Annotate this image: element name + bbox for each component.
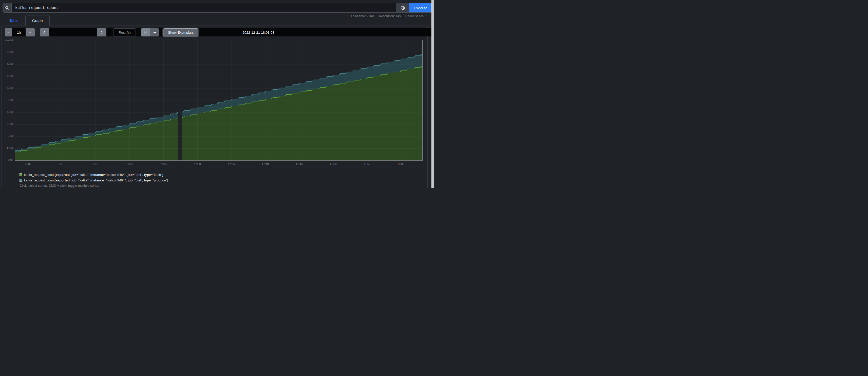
query-input[interactable] bbox=[12, 3, 396, 12]
y-tick-label: 8.00k bbox=[2, 62, 13, 65]
chart-legend: kafka_request_count{exported_job="kafka"… bbox=[20, 173, 168, 182]
legend-metric-text: kafka_request_count{exported_job="kafka"… bbox=[24, 178, 168, 182]
scrollbar-thumb[interactable] bbox=[432, 0, 434, 188]
globe-clock-icon bbox=[401, 6, 405, 10]
y-tick-label: 4.00k bbox=[2, 110, 13, 113]
x-tick-label: 17:25 bbox=[160, 163, 167, 166]
result-series: Result series: 2 bbox=[405, 14, 427, 18]
resolution-input[interactable] bbox=[114, 28, 136, 36]
graph-controls: − + ✕ bbox=[2, 28, 427, 36]
tab-graph[interactable]: Graph bbox=[25, 15, 50, 26]
legend-hint: Click: select series, CMD + click: toggl… bbox=[20, 184, 99, 187]
y-tick-label: 5.00k bbox=[2, 98, 13, 101]
y-tick-label: 3.00k bbox=[2, 123, 13, 126]
legend-item[interactable]: kafka_request_count{exported_job="kafka"… bbox=[20, 173, 168, 177]
page-scrollbar[interactable] bbox=[431, 0, 434, 188]
x-tick-label: 17:35 bbox=[228, 163, 235, 166]
tab-table[interactable]: Table bbox=[3, 15, 25, 26]
local-time-button[interactable] bbox=[396, 3, 409, 12]
y-tick-label: 7.00k bbox=[2, 74, 13, 77]
resolution: Resolution: 14s bbox=[379, 14, 401, 18]
y-tick-label: 1.00k bbox=[2, 146, 13, 149]
y-tick-label: 10.00k bbox=[2, 38, 13, 41]
x-tick-label: 17:40 bbox=[262, 163, 269, 166]
execute-button[interactable]: Execute bbox=[409, 3, 432, 12]
load-time: Load time: 22ms bbox=[351, 14, 374, 18]
legend-swatch bbox=[20, 173, 22, 176]
stacked-chart-button[interactable] bbox=[150, 28, 159, 36]
query-stats: Load time: 22ms Resolution: 14s Result s… bbox=[351, 14, 427, 18]
chevron-right-icon bbox=[100, 31, 103, 34]
x-tick-label: 17:50 bbox=[330, 163, 337, 166]
graph-canvas[interactable] bbox=[15, 40, 422, 161]
range-input[interactable] bbox=[12, 28, 26, 36]
legend-swatch bbox=[20, 179, 22, 182]
range-decrease-button[interactable]: − bbox=[5, 28, 12, 36]
graph-panel: − + ✕ bbox=[2, 26, 428, 188]
search-icon bbox=[3, 3, 12, 12]
x-tick-label: 17:10 bbox=[58, 163, 65, 166]
y-tick-label: 0.00 bbox=[2, 159, 13, 162]
x-tick-label: 17:45 bbox=[296, 163, 303, 166]
legend-item[interactable]: kafka_request_count{exported_job="kafka"… bbox=[20, 178, 168, 182]
show-exemplars-button[interactable]: Show Exemplars bbox=[163, 28, 198, 36]
unstacked-chart-button[interactable] bbox=[141, 28, 150, 36]
x-tick-label: 17:05 bbox=[24, 163, 31, 166]
x-tick-label: 17:20 bbox=[126, 163, 133, 166]
time-forward-button[interactable] bbox=[97, 28, 106, 36]
range-increase-button[interactable]: + bbox=[26, 28, 35, 36]
x-tick-label: 17:15 bbox=[92, 163, 99, 166]
query-bar: Execute bbox=[3, 3, 432, 13]
chevron-left-icon bbox=[42, 31, 46, 34]
view-tabs: Table Graph bbox=[3, 15, 50, 26]
x-tick-label: 17:55 bbox=[364, 163, 371, 166]
x-tick-label: 18:00 bbox=[397, 163, 404, 166]
time-back-button[interactable] bbox=[40, 28, 49, 36]
legend-metric-text: kafka_request_count{exported_job="kafka"… bbox=[24, 173, 163, 177]
y-tick-label: 9.00k bbox=[2, 50, 13, 54]
datetime-input[interactable] bbox=[49, 28, 434, 36]
y-tick-label: 6.00k bbox=[2, 86, 13, 89]
x-tick-label: 17:30 bbox=[194, 163, 201, 166]
y-tick-label: 2.00k bbox=[2, 134, 13, 137]
graph-plot-area[interactable] bbox=[15, 40, 423, 161]
stacked-area-icon bbox=[153, 30, 157, 34]
line-chart-icon bbox=[144, 30, 148, 34]
